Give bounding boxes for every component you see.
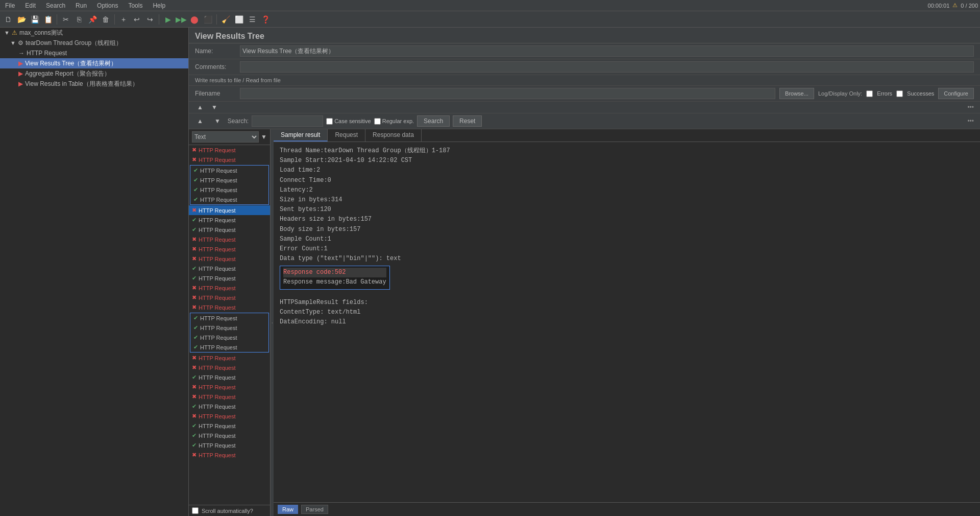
paste-button[interactable]: 📌	[86, 13, 99, 26]
scroll-auto-checkbox[interactable]	[192, 507, 199, 514]
list-item[interactable]: ✔ HTTP Request	[189, 402, 270, 411]
sidebar-item-vrt[interactable]: ▶ View Results Tree（查看结果树）	[0, 58, 188, 68]
tab-request[interactable]: Request	[328, 129, 365, 142]
list-item[interactable]: ✔ HTTP Request	[189, 264, 270, 273]
successes-checkbox[interactable]	[896, 90, 903, 97]
list-item[interactable]: ✖ HTTP Request	[189, 302, 270, 312]
request-group-2: ✔ HTTP Request ✔ HTTP Request ✔ HTTP Req…	[190, 313, 269, 353]
reset-button[interactable]: Reset	[453, 115, 482, 127]
menu-run[interactable]: Run	[72, 1, 90, 10]
stop-button[interactable]: ⬤	[188, 13, 201, 26]
sidebar-item-http[interactable]: → HTTP Request	[0, 48, 188, 58]
redo-button[interactable]: ↪	[144, 13, 156, 26]
open-button[interactable]: 📂	[15, 13, 28, 26]
list-item-selected[interactable]: ✖ HTTP Request	[189, 205, 270, 215]
search-up-icon[interactable]: ▲	[193, 116, 207, 126]
menu-tools[interactable]: Tools	[125, 1, 145, 10]
save-button[interactable]: 💾	[29, 13, 41, 26]
more-options-2-icon[interactable]: •••	[965, 118, 976, 125]
sampler-line-6: Size in bytes:314	[280, 195, 974, 205]
list-item[interactable]: ✖ HTTP Request	[189, 411, 270, 421]
menu-edit[interactable]: Edit	[22, 1, 39, 10]
expand-icon[interactable]: ▼	[261, 133, 267, 140]
add-button[interactable]: +	[117, 13, 130, 26]
ok-status-icon: ✔	[193, 177, 198, 183]
list-item[interactable]: ✖ HTTP Request	[189, 234, 270, 244]
list-item[interactable]: ✔ HTTP Request	[190, 166, 268, 175]
search-button[interactable]: Search	[417, 115, 450, 127]
sidebar-item-ar[interactable]: ▶ Aggregate Report（聚合报告）	[0, 68, 188, 79]
menu-file[interactable]: File	[2, 1, 18, 10]
list-item[interactable]: ✔ HTTP Request	[189, 225, 270, 234]
more-options-icon[interactable]: •••	[965, 104, 976, 111]
tab-response-data[interactable]: Response data	[365, 129, 422, 142]
delete-button[interactable]: 🗑	[100, 13, 112, 26]
list-item[interactable]: ✖ HTTP Request	[189, 244, 270, 254]
gear-icon: ⚙	[18, 39, 23, 46]
list-item[interactable]: ✔ HTTP Request	[190, 323, 268, 333]
comments-input[interactable]	[240, 61, 974, 73]
list-item[interactable]: ✔ HTTP Request	[190, 342, 268, 352]
search-input[interactable]	[252, 115, 323, 127]
configure-button[interactable]: Configure	[938, 88, 974, 99]
list-item[interactable]: ✔ HTTP Request	[189, 421, 270, 431]
list-item[interactable]: ✔ HTTP Request	[190, 175, 268, 185]
save-as-button[interactable]: 📋	[42, 13, 54, 26]
sidebar-item-root[interactable]: ▼ ⚠ max_conns测试	[0, 28, 188, 38]
help-button[interactable]: ❓	[259, 13, 272, 26]
sidebar-item-teardown[interactable]: ▼ ⚙ tearDown Thread Group（线程组）	[0, 38, 188, 48]
regex-checkbox[interactable]	[374, 118, 381, 125]
menu-help[interactable]: Help	[150, 1, 168, 10]
list-item[interactable]: ✖ HTTP Request	[189, 293, 270, 302]
shutdown-button[interactable]: ⬛	[202, 13, 214, 26]
browse-button[interactable]: Browse...	[779, 88, 814, 99]
list-item[interactable]: ✔ HTTP Request	[189, 215, 270, 225]
list-item[interactable]: ✖ HTTP Request	[189, 450, 270, 460]
copy-button[interactable]: ⎘	[73, 13, 85, 26]
format-select[interactable]: Text JSON HTML XML Regexp Tester	[192, 131, 259, 143]
list-item[interactable]: ✖ HTTP Request	[189, 392, 270, 402]
list-item[interactable]: ✔ HTTP Request	[189, 372, 270, 382]
list-item[interactable]: ✔ HTTP Request	[189, 440, 270, 450]
case-sensitive-label[interactable]: Case sensitive	[326, 118, 371, 125]
list-item[interactable]: ✖ HTTP Request	[189, 283, 270, 293]
list-item[interactable]: ✖ HTTP Request	[189, 145, 270, 155]
case-sensitive-checkbox[interactable]	[326, 118, 333, 125]
menu-options[interactable]: Options	[94, 1, 121, 10]
filename-section: Write results to file / Read from file	[189, 75, 980, 86]
search-down-icon[interactable]: ▼	[210, 116, 225, 126]
item-label: HTTP Request	[199, 423, 236, 429]
scroll-down-icon[interactable]: ▼	[207, 103, 222, 112]
parsed-tab[interactable]: Parsed	[301, 505, 328, 514]
list-item[interactable]: ✖ HTTP Request	[189, 382, 270, 392]
undo-button[interactable]: ↩	[131, 13, 143, 26]
list-item[interactable]: ✖ HTTP Request	[189, 363, 270, 372]
list-item[interactable]: ✔ HTTP Request	[189, 431, 270, 440]
raw-tab[interactable]: Raw	[278, 505, 298, 514]
start-no-pause-button[interactable]: ▶▶	[175, 13, 187, 26]
list-item[interactable]: ✔ HTTP Request	[189, 273, 270, 283]
list-view-button[interactable]: ☰	[246, 13, 258, 26]
successes-label: Successes	[907, 90, 934, 97]
list-item[interactable]: ✖ HTTP Request	[189, 254, 270, 264]
filename-label: Filename	[195, 90, 236, 97]
errors-checkbox[interactable]	[866, 90, 873, 97]
clear-all-button[interactable]: ⬜	[233, 13, 245, 26]
regex-label[interactable]: Regular exp.	[374, 118, 414, 125]
new-button[interactable]: 🗋	[2, 13, 14, 26]
cut-button[interactable]: ✂	[60, 13, 72, 26]
list-item[interactable]: ✔ HTTP Request	[190, 195, 268, 204]
scroll-up-icon[interactable]: ▲	[193, 103, 207, 112]
menu-search[interactable]: Search	[43, 1, 68, 10]
list-item[interactable]: ✔ HTTP Request	[190, 333, 268, 342]
filename-input[interactable]	[240, 88, 775, 99]
sidebar-item-vrit[interactable]: ▶ View Results in Table（用表格查看结果）	[0, 79, 188, 89]
tab-sampler-result[interactable]: Sampler result	[274, 129, 328, 142]
clear-button[interactable]: 🧹	[219, 13, 232, 26]
list-item[interactable]: ✔ HTTP Request	[190, 313, 268, 323]
list-item[interactable]: ✖ HTTP Request	[189, 353, 270, 363]
name-input[interactable]	[240, 45, 974, 57]
list-item[interactable]: ✔ HTTP Request	[190, 185, 268, 195]
list-item[interactable]: ✖ HTTP Request	[189, 155, 270, 165]
start-button[interactable]: ▶	[162, 13, 174, 26]
